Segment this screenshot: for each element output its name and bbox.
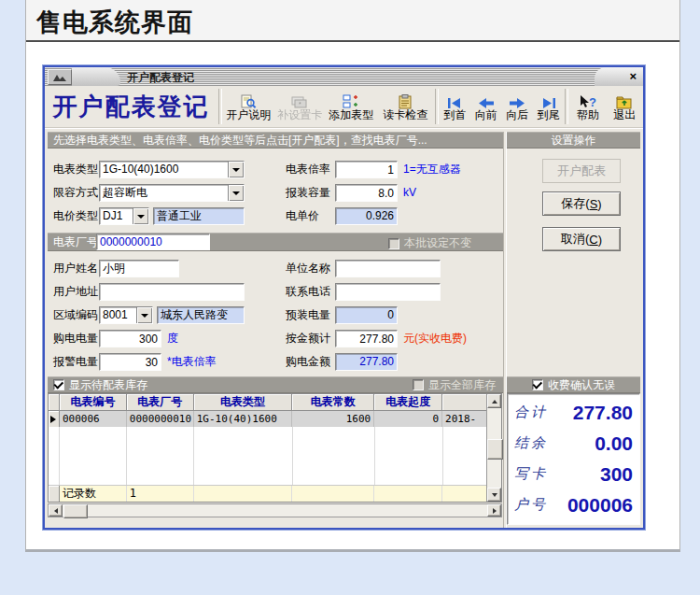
fee-confirm-checkbox[interactable]: 收费确认无误 [532, 377, 615, 393]
factory-no-input[interactable] [96, 234, 210, 250]
arrow-left-icon [477, 92, 496, 109]
user-addr-label: 用户地址 [53, 283, 98, 301]
unit-price-field: 0.926 [335, 207, 398, 225]
chevron-down-icon[interactable] [133, 208, 148, 224]
toolbar-button-add-meter-type[interactable]: 添加表型 [326, 86, 377, 127]
arrow-right-icon [508, 92, 526, 109]
fee-confirm-label: 收费确认无误 [548, 377, 615, 393]
cancel-label-pre: 取消( [561, 231, 589, 248]
cancel-button[interactable]: 取消(C) [542, 227, 621, 251]
user-name-input[interactable] [99, 260, 179, 277]
table-horizontal-scrollbar[interactable] [48, 503, 502, 517]
table-row[interactable]: 000006 0000000010 1G-10(40)1600 1600 0 2… [49, 411, 486, 427]
unit-price-label: 电单价 [286, 207, 319, 225]
price-type-select[interactable]: DJ1 [99, 207, 149, 225]
toolbar-button-card-check[interactable]: 读卡检查 [377, 86, 434, 127]
toolbar-button-open-help[interactable]: 开户说明 [223, 86, 274, 127]
toolbar-button-prev[interactable]: 向前 [470, 86, 501, 127]
buy-amount-label: 购电金额 [286, 353, 330, 371]
chevron-down-icon[interactable] [136, 307, 152, 323]
toolbar: 开户配表登记 开户说明 * 补设置卡 [45, 86, 643, 128]
titlebar-curve-decoration [72, 67, 120, 86]
save-label-key: S [590, 197, 598, 211]
open-meter-button: 开户配表 [542, 159, 621, 183]
table-vertical-scrollbar[interactable] [486, 394, 501, 502]
toolbar-separator [565, 89, 568, 124]
cell-start: 0 [374, 411, 442, 427]
pre-qty-label: 预装电量 [286, 306, 330, 324]
toolbar-button-next[interactable]: 向后 [502, 86, 533, 127]
phone-label: 联系电话 [286, 283, 330, 301]
cell-constant: 1600 [292, 411, 374, 427]
clipboard-icon [398, 92, 413, 109]
factory-no-label: 电表厂号 [48, 234, 98, 250]
region-select[interactable]: 8001 [99, 306, 153, 324]
checkbox-box[interactable] [413, 379, 424, 390]
org-name-input[interactable] [335, 260, 441, 277]
table-body: 000006 0000000010 1G-10(40)1600 1600 0 2… [49, 411, 486, 502]
buy-qty-input[interactable] [99, 330, 161, 347]
alarm-qty-label: 报警电量 [53, 353, 98, 371]
org-name-label: 单位名称 [286, 260, 330, 277]
checkbox-box[interactable] [532, 379, 543, 390]
save-button[interactable]: 保存(S) [542, 191, 621, 216]
checkbox-box[interactable] [388, 238, 399, 249]
toolbar-button-reset-card: * 补设置卡 [274, 86, 326, 127]
user-addr-input[interactable] [99, 283, 245, 301]
balance-label: 结余 [514, 434, 548, 452]
save-label-post: ) [597, 197, 601, 211]
vertical-scroll-thumb[interactable] [487, 439, 503, 460]
table-header-extra [442, 394, 486, 411]
table-header-selector [49, 394, 60, 411]
batch-fixed-checkbox[interactable]: 本批设定不变 [388, 235, 471, 251]
table-header-constant[interactable]: 电表常数 [292, 394, 374, 411]
buy-qty-note: 度 [167, 330, 178, 347]
meter-type-label: 电表类型 [53, 161, 98, 178]
capacity-input[interactable] [335, 184, 398, 202]
horizontal-scroll-thumb[interactable] [63, 504, 88, 518]
toolbar-button-first[interactable]: 到首 [440, 86, 470, 127]
meter-type-value: 1G-10(40)1600 [103, 162, 178, 177]
show-pending-checkbox[interactable]: 显示待配表库存 [53, 377, 147, 393]
toolbar-separator [435, 89, 439, 124]
meter-table: 电表编号 电表厂号 电表类型 电表常数 电表起度 0000 [48, 393, 502, 503]
scroll-up-button[interactable] [487, 394, 501, 408]
table-footer-row: 记录数 1 [49, 485, 486, 502]
meter-type-select[interactable]: 1G-10(40)1600 [99, 161, 245, 178]
page-header: 售电系统界面 [26, 0, 679, 42]
confirm-bar: 收费确认无误 [507, 376, 640, 393]
toolbar-button-exit[interactable]: 退出 [607, 86, 643, 127]
show-all-checkbox[interactable]: 显示全部库存 [413, 377, 496, 393]
scroll-right-button[interactable] [487, 504, 501, 517]
meter-rate-note: 1=无互感器 [403, 161, 461, 178]
table-header-start[interactable]: 电表起度 [374, 394, 442, 411]
meter-rate-input[interactable] [335, 161, 398, 178]
chevron-down-icon[interactable] [228, 162, 244, 177]
limit-mode-select[interactable]: 超容断电 [99, 184, 245, 202]
footer-selector-cell [49, 486, 60, 502]
alarm-qty-input[interactable] [99, 353, 161, 371]
dialog-window: 开户配表登记 × 开户配表登记 开户说明 * 补设置 [43, 65, 645, 530]
summary-row-account-no: 户号 000006 [508, 489, 639, 520]
checkbox-box[interactable] [53, 379, 64, 390]
close-icon[interactable]: × [629, 69, 637, 84]
doc-search-icon [240, 92, 257, 109]
save-label-pre: 保存( [561, 195, 589, 212]
toolbar-button-help[interactable]: ? 帮助 [569, 86, 606, 127]
toolbar-button-last[interactable]: 到尾 [533, 86, 564, 127]
by-amount-label: 按金额计 [286, 330, 330, 347]
by-amount-input[interactable] [335, 330, 398, 347]
table-header-meter-type[interactable]: 电表类型 [194, 394, 293, 411]
scroll-down-button[interactable] [487, 488, 501, 502]
toolbar-button-label: 向后 [506, 109, 528, 121]
hint-bar: 先选择电表类型、电表倍率、电价类型等后点击[开户配表]，查找电表厂号... [48, 132, 503, 149]
toolbar-button-label: 补设置卡 [277, 109, 322, 121]
table-header-factory-no[interactable]: 电表厂号 [127, 394, 194, 411]
svg-text:*: * [299, 101, 301, 107]
table-header-meter-no[interactable]: 电表编号 [60, 394, 127, 411]
page-title: 售电系统界面 [36, 6, 193, 39]
phone-input[interactable] [335, 283, 441, 301]
show-all-label: 显示全部库存 [428, 377, 496, 393]
chevron-down-icon[interactable] [228, 185, 244, 201]
scroll-left-button[interactable] [49, 504, 63, 517]
